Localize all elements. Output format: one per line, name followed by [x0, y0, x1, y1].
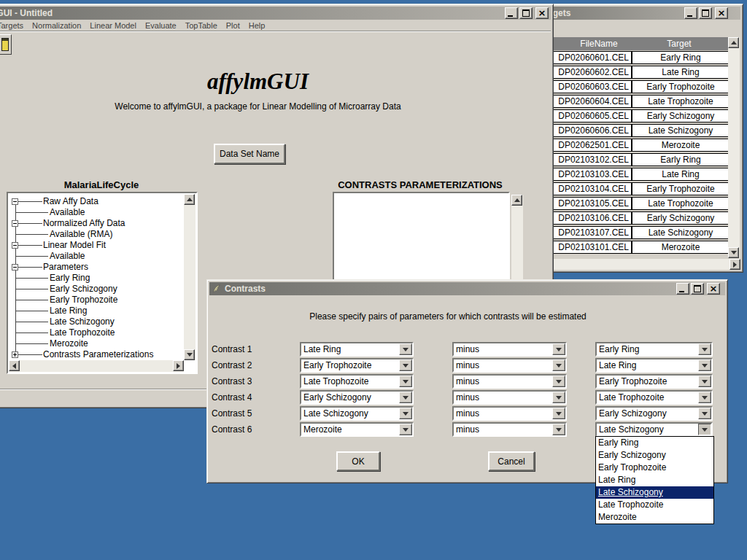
contrast-6-left-select[interactable]: Merozoite — [300, 422, 414, 437]
tree-item-contrasts-parameterizations[interactable]: Contrasts Parameterizations — [9, 349, 183, 359]
tree-item-available-rma[interactable]: Available (RMA) — [9, 229, 183, 240]
tree-item-normalized-affy-data[interactable]: Normalized Affy Data — [9, 218, 183, 229]
combo-dropdown-button[interactable] — [698, 424, 711, 435]
cancel-button[interactable]: Cancel — [488, 451, 535, 471]
contrast-3-left-select[interactable]: Late Trophozoite — [300, 374, 414, 389]
combo-dropdown-button[interactable] — [552, 359, 565, 371]
tree-item-early-schizogony[interactable]: Early Schizogony — [9, 284, 183, 295]
dropdown-option-late-trophozoite[interactable]: Late Trophozoite — [596, 499, 713, 511]
dropdown-option-early-ring[interactable]: Early Ring — [596, 437, 713, 449]
minimize-button[interactable] — [684, 7, 697, 19]
scroll-right-icon[interactable] — [729, 259, 740, 270]
contrast-4-operator-select[interactable]: minus — [452, 390, 567, 405]
tree-item-early-trophozoite[interactable]: Early Trophozoite — [9, 295, 183, 306]
combo-dropdown-button[interactable] — [698, 392, 711, 403]
close-button[interactable]: × — [715, 7, 728, 19]
contrast-6-operator-select[interactable]: minus — [452, 422, 567, 437]
scroll-up-icon[interactable] — [728, 37, 739, 48]
scroll-up-icon[interactable] — [184, 194, 195, 205]
contrast-4-right-select[interactable]: Late Trophozoite — [595, 390, 713, 405]
chevron-down-icon — [403, 396, 409, 400]
dropdown-option-early-schizogony[interactable]: Early Schizogony — [596, 449, 713, 462]
combo-dropdown-button[interactable] — [399, 408, 412, 419]
tree-item-available[interactable]: Available — [9, 207, 183, 218]
minimize-button[interactable] — [505, 7, 518, 19]
collapse-icon[interactable] — [12, 242, 18, 249]
combo-dropdown-button[interactable] — [552, 424, 565, 435]
dialog-titlebar[interactable]: Contrasts — [209, 282, 725, 295]
tree-vertical-scrollbar[interactable] — [184, 194, 196, 360]
data-set-name-button[interactable]: Data Set Name — [214, 144, 285, 164]
maximize-button[interactable] — [519, 7, 533, 19]
contrast-2-left-select[interactable]: Early Trophozoite — [300, 358, 414, 373]
contrast-2-operator-select[interactable]: minus — [452, 358, 567, 373]
tree-horizontal-scrollbar[interactable] — [9, 360, 184, 372]
combo-dropdown-button[interactable] — [552, 376, 565, 387]
scroll-down-icon[interactable] — [184, 349, 195, 360]
contrast-1-operator-select[interactable]: minus — [452, 342, 567, 357]
collapse-icon[interactable] — [12, 220, 18, 227]
ok-button[interactable]: OK — [336, 451, 380, 471]
contrast-5-right-select[interactable]: Early Schizogony — [595, 406, 713, 421]
tree-item-parameters[interactable]: Parameters — [9, 262, 183, 273]
expand-icon[interactable] — [12, 351, 18, 358]
combo-dropdown-button[interactable] — [698, 376, 711, 387]
menu-item-help[interactable]: Help — [244, 21, 270, 30]
contrast-1-left-select[interactable]: Late Ring — [300, 342, 414, 357]
combo-dropdown-button[interactable] — [399, 424, 412, 435]
menu-item-toptable[interactable]: TopTable — [181, 21, 222, 30]
scroll-right-icon[interactable] — [173, 360, 184, 371]
toolbar-button[interactable] — [0, 34, 12, 55]
tree-item-late-schizogony[interactable]: Late Schizogony — [9, 316, 183, 327]
column-header-target[interactable]: Target — [635, 37, 723, 50]
contrasts-parameterizations-scrollbar[interactable] — [511, 195, 523, 289]
menu-item-linear-model[interactable]: Linear Model — [85, 21, 141, 30]
menu-item-plot[interactable]: Plot — [222, 21, 244, 30]
tree-item-merozoite[interactable]: Merozoite — [9, 338, 183, 349]
targets-vertical-scrollbar[interactable] — [728, 37, 740, 258]
close-button[interactable]: × — [707, 283, 720, 295]
contrast-3-operator-select[interactable]: minus — [452, 374, 567, 389]
contrast-4-left-select[interactable]: Early Schizogony — [300, 390, 414, 405]
scroll-down-icon[interactable] — [728, 247, 739, 258]
tree-item-linear-model-fit[interactable]: Linear Model Fit — [9, 240, 183, 251]
maximize-button[interactable] — [691, 283, 704, 295]
contrast-5-operator-select[interactable]: minus — [452, 406, 567, 421]
dropdown-option-early-trophozoite[interactable]: Early Trophozoite — [596, 462, 713, 474]
combo-dropdown-button[interactable] — [552, 392, 565, 403]
minimize-button[interactable] — [676, 283, 689, 295]
scroll-left-icon[interactable] — [9, 360, 20, 371]
combo-dropdown-button[interactable] — [698, 408, 711, 419]
combo-dropdown-button[interactable] — [399, 376, 412, 387]
tree-item-available[interactable]: Available — [9, 251, 183, 262]
column-header-filename[interactable]: FileName — [555, 37, 643, 50]
menu-item-normalization[interactable]: Normalization — [28, 21, 85, 30]
menu-item-evaluate[interactable]: Evaluate — [141, 21, 181, 30]
scroll-up-icon[interactable] — [511, 195, 522, 206]
close-button[interactable]: × — [535, 7, 549, 19]
contrast-5-left-select[interactable]: Late Schizogony — [300, 406, 414, 421]
contrast-2-right-select[interactable]: Late Ring — [595, 358, 713, 373]
maximize-button[interactable] — [699, 7, 712, 19]
dropdown-option-merozoite[interactable]: Merozoite — [596, 511, 713, 524]
dropdown-option-late-ring[interactable]: Late Ring — [596, 474, 713, 486]
tree-item-late-trophozoite[interactable]: Late Trophozoite — [9, 327, 183, 338]
tree-item-early-ring[interactable]: Early Ring — [9, 273, 183, 284]
contrast-6-right-select[interactable]: Late Schizogony — [595, 422, 713, 437]
combo-dropdown-button[interactable] — [552, 408, 565, 419]
contrast-1-right-select[interactable]: Early Ring — [595, 342, 713, 357]
main-titlebar[interactable]: affylmGUI - Untitled — [0, 7, 551, 20]
combo-dropdown-button[interactable] — [552, 343, 565, 355]
collapse-icon[interactable] — [12, 198, 18, 205]
combo-dropdown-button[interactable] — [399, 359, 412, 371]
dropdown-option-late-schizogony[interactable]: Late Schizogony — [596, 486, 713, 499]
combo-dropdown-button[interactable] — [698, 343, 711, 355]
combo-dropdown-button[interactable] — [698, 359, 711, 371]
tree-item-raw-affy-data[interactable]: Raw Affy Data — [9, 196, 183, 207]
combo-dropdown-button[interactable] — [399, 343, 412, 355]
contrast-3-right-select[interactable]: Early Trophozoite — [595, 374, 713, 389]
tree-item-late-ring[interactable]: Late Ring — [9, 306, 183, 316]
combo-dropdown-button[interactable] — [399, 392, 412, 403]
collapse-icon[interactable] — [12, 264, 18, 271]
menu-item-targets[interactable]: Targets — [0, 21, 28, 30]
